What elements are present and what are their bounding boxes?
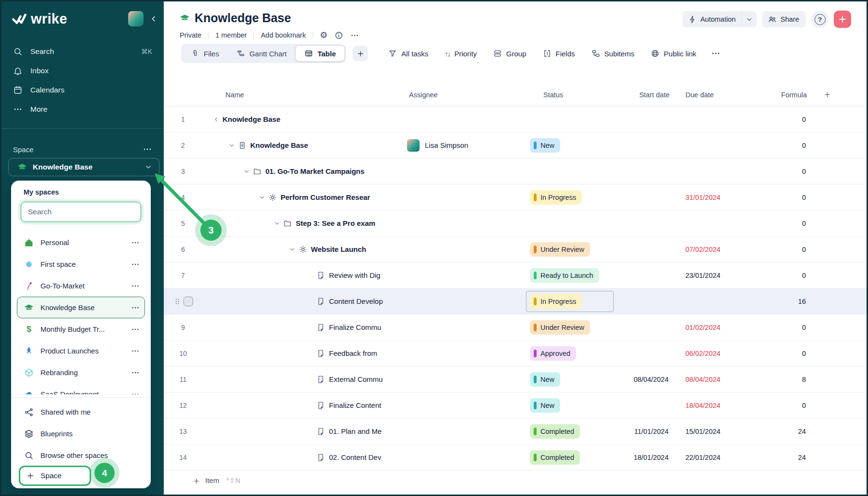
task-name[interactable]: Step 3: See a Pro exam bbox=[296, 219, 375, 227]
task-name[interactable]: 01. Go-To Market Campaigns bbox=[265, 167, 365, 175]
due-date[interactable]: 22/01/2024 bbox=[671, 454, 738, 461]
dropdown-item-blueprints[interactable]: Blueprints bbox=[17, 423, 145, 444]
table-row[interactable]: 1402. Content DevCompleted18/01/202422/0… bbox=[164, 444, 867, 470]
status-badge[interactable]: New bbox=[530, 372, 560, 387]
table-row[interactable]: 2Knowledge BaseLisa SimpsonNew0 bbox=[164, 132, 867, 158]
collapse-sidebar-icon[interactable] bbox=[149, 14, 158, 23]
space-item-go-to-market[interactable]: Go-To-Market bbox=[17, 275, 145, 297]
help-button[interactable]: ? bbox=[811, 11, 829, 28]
column-header-due-date[interactable]: Due date bbox=[671, 91, 738, 99]
due-date[interactable]: 18/04/2024 bbox=[671, 402, 738, 409]
column-header-status[interactable]: Status bbox=[523, 91, 618, 99]
space-options-icon[interactable] bbox=[143, 144, 152, 154]
task-name[interactable]: Review with Dig bbox=[329, 271, 381, 279]
toolbar-group[interactable]: Group bbox=[493, 49, 526, 58]
add-view-button[interactable] bbox=[353, 46, 368, 61]
task-name[interactable]: Website Launch bbox=[311, 245, 367, 253]
due-date[interactable]: 07/02/2024 bbox=[671, 246, 738, 253]
table-row[interactable]: 10Feedback fromApproved06/02/20240 bbox=[164, 340, 867, 366]
status-badge[interactable]: Completed bbox=[530, 450, 580, 465]
table-row[interactable]: 9Finalize CommuUnder Review01/02/20240 bbox=[164, 314, 867, 340]
due-date[interactable]: 01/02/2024 bbox=[671, 324, 738, 331]
task-name[interactable]: Knowledge Base bbox=[250, 141, 308, 149]
sidebar-item-calendars[interactable]: Calendars bbox=[1, 80, 164, 100]
settings-button[interactable]: ⚙ bbox=[320, 30, 328, 40]
toolbar-fields[interactable]: Fields bbox=[543, 49, 575, 58]
task-name[interactable]: Content Develop bbox=[329, 297, 383, 305]
toolbar-more-icon[interactable] bbox=[711, 49, 721, 58]
space-item-options-icon[interactable] bbox=[131, 325, 140, 334]
add-column-button[interactable] bbox=[811, 91, 867, 99]
table-row[interactable]: 1301. Plan and MeCompleted11/01/202415/0… bbox=[164, 418, 867, 444]
table-row[interactable]: 1Knowledge Base0 bbox=[164, 106, 867, 132]
user-avatar[interactable] bbox=[128, 11, 144, 26]
status-badge[interactable]: Completed bbox=[530, 424, 580, 439]
task-name[interactable]: Perform Customer Resear bbox=[281, 193, 370, 201]
space-item-monthly-budget-tr[interactable]: $Monthly Budget Tr... bbox=[17, 318, 145, 340]
task-name[interactable]: Finalize Commu bbox=[329, 323, 381, 331]
space-item-options-icon[interactable] bbox=[131, 260, 140, 269]
space-item-saas-deployment[interactable]: SaaS Deployment bbox=[17, 383, 145, 394]
start-date[interactable]: 18/01/2024 bbox=[618, 454, 671, 461]
dropdown-item-browse-other-spaces[interactable]: Browse other spaces bbox=[17, 444, 145, 466]
sidebar-item-search[interactable]: Search⌘K bbox=[1, 42, 164, 61]
toolbar-priority[interactable]: ↑↓Priority bbox=[445, 50, 477, 58]
space-item-options-icon[interactable] bbox=[131, 238, 140, 247]
status-badge[interactable]: Ready to Launch bbox=[530, 268, 599, 283]
task-name[interactable]: Knowledge Base bbox=[223, 115, 280, 123]
table-row[interactable]: 6Website LaunchUnder Review07/02/20240 bbox=[164, 236, 867, 262]
dropdown-item-shared-with-me[interactable]: Shared with me bbox=[17, 401, 145, 423]
due-date[interactable]: 23/01/2024 bbox=[671, 272, 738, 279]
task-name[interactable]: External Commu bbox=[329, 375, 383, 383]
space-item-options-icon[interactable] bbox=[131, 390, 140, 395]
space-item-options-icon[interactable] bbox=[131, 368, 140, 377]
expand-chevron-icon[interactable] bbox=[274, 220, 280, 227]
due-date[interactable]: 15/01/2024 bbox=[671, 428, 738, 435]
sidebar-item-more[interactable]: More bbox=[1, 100, 164, 119]
table-row[interactable]: Content DevelopIn Progress16 bbox=[164, 288, 867, 314]
table-row[interactable]: 12Finalize ContentNew18/04/20240 bbox=[164, 392, 867, 418]
more-options-icon[interactable] bbox=[350, 31, 359, 40]
start-date[interactable]: 11/01/2024 bbox=[618, 428, 671, 435]
expand-chevron-icon[interactable] bbox=[259, 194, 265, 201]
meta-private[interactable]: Private bbox=[180, 31, 201, 39]
start-date[interactable]: 08/04/2024 bbox=[618, 376, 671, 383]
table-row[interactable]: 5Step 3: See a Pro exam0 bbox=[164, 210, 867, 236]
table-row[interactable]: 301. Go-To Market Campaigns0 bbox=[164, 158, 867, 184]
task-name[interactable]: 01. Plan and Me bbox=[329, 427, 381, 435]
space-item-rebranding[interactable]: Rebranding bbox=[17, 362, 145, 383]
automation-button[interactable]: Automation bbox=[683, 11, 757, 27]
status-badge[interactable]: New bbox=[530, 398, 560, 413]
row-checkbox[interactable] bbox=[184, 297, 193, 306]
column-header-name[interactable]: Name bbox=[202, 91, 400, 99]
toolbar-subitems[interactable]: Subitems bbox=[592, 49, 635, 58]
add-item-row[interactable]: Item ^⇧N bbox=[164, 470, 867, 490]
table-row[interactable]: 4Perform Customer ResearIn Progress31/01… bbox=[164, 184, 867, 210]
status-badge[interactable]: Under Review bbox=[530, 242, 590, 257]
status-badge[interactable]: Approved bbox=[530, 346, 576, 361]
table-row[interactable]: 11External CommuNew08/04/202408/04/20248 bbox=[164, 366, 867, 392]
view-tab-table[interactable]: Table bbox=[295, 45, 345, 62]
due-date[interactable]: 31/01/2024 bbox=[671, 194, 738, 201]
expand-chevron-icon[interactable] bbox=[289, 246, 296, 253]
space-item-knowledge-base[interactable]: Knowledge Base bbox=[17, 297, 145, 318]
due-date[interactable]: 06/02/2024 bbox=[671, 350, 738, 357]
task-name[interactable]: Finalize Content bbox=[329, 401, 381, 409]
status-badge[interactable]: New bbox=[530, 138, 560, 153]
space-item-options-icon[interactable] bbox=[131, 347, 140, 355]
toolbar-all-tasks[interactable]: All tasks bbox=[388, 49, 428, 58]
toolbar-public-link[interactable]: Public link bbox=[651, 49, 697, 58]
selected-status-cell[interactable]: In Progress bbox=[526, 291, 614, 312]
space-item-options-icon[interactable] bbox=[131, 282, 140, 290]
expand-chevron-icon[interactable] bbox=[228, 142, 235, 149]
status-badge[interactable]: Under Review bbox=[530, 320, 590, 335]
assignee-avatar[interactable] bbox=[407, 139, 420, 152]
create-button[interactable] bbox=[834, 11, 851, 28]
space-selector[interactable]: Knowledge Base bbox=[8, 158, 159, 176]
due-date[interactable]: 08/04/2024 bbox=[671, 376, 738, 383]
status-badge[interactable]: In Progress bbox=[530, 190, 582, 205]
view-tab-files[interactable]: Files bbox=[182, 45, 228, 62]
space-item-product-launches[interactable]: Product Launches bbox=[17, 340, 145, 362]
view-tab-gantt-chart[interactable]: Gantt Chart bbox=[228, 45, 296, 62]
meta-add-bookmark[interactable]: Add bookmark bbox=[261, 31, 306, 39]
